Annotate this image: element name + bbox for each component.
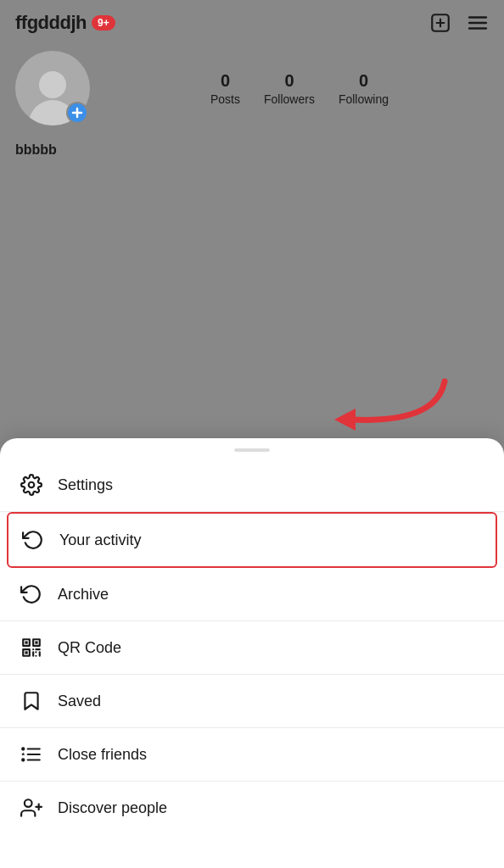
menu-item-your-activity[interactable]: Your activity	[7, 512, 497, 568]
archive-icon	[20, 583, 42, 605]
notification-badge: 9+	[92, 15, 115, 31]
plus-icon	[71, 107, 83, 119]
app-header: ffgdddjh 9+	[0, 0, 504, 42]
add-avatar-button[interactable]	[66, 102, 88, 124]
qr-icon	[20, 637, 42, 659]
bottom-sheet: Settings Your activity Archive	[0, 438, 504, 868]
bookmark-icon	[20, 690, 42, 712]
stat-followers[interactable]: 0 Followers	[264, 71, 315, 106]
profile-background: ffgdddjh 9+	[0, 0, 504, 173]
header-left: ffgdddjh 9+	[15, 12, 115, 34]
following-count: 0	[359, 71, 368, 91]
plus-square-icon	[429, 12, 451, 34]
discover-icon	[20, 797, 42, 819]
saved-label: Saved	[58, 693, 101, 710]
profile-name: bbbbb	[0, 142, 504, 173]
your-activity-label: Your activity	[59, 531, 141, 549]
menu-item-settings[interactable]: Settings	[0, 459, 504, 512]
svg-point-29	[25, 799, 32, 807]
posts-count: 0	[221, 71, 230, 91]
stat-following[interactable]: 0 Following	[339, 71, 389, 106]
qr-code-label: QR Code	[58, 639, 121, 657]
settings-icon	[20, 474, 42, 496]
svg-rect-14	[25, 651, 27, 654]
archive-label: Archive	[58, 586, 109, 604]
avatar-head	[39, 71, 66, 98]
menu-item-saved[interactable]: Saved	[0, 675, 504, 728]
menu-item-discover-people[interactable]: Discover people	[0, 782, 504, 834]
menu-button[interactable]	[467, 12, 489, 34]
menu-item-close-friends[interactable]: Close friends	[0, 728, 504, 782]
close-friends-label: Close friends	[58, 746, 147, 764]
handle-bar	[234, 448, 270, 452]
activity-icon	[22, 529, 44, 551]
menu-item-archive[interactable]: Archive	[0, 568, 504, 621]
svg-point-27	[22, 759, 24, 760]
svg-rect-13	[35, 641, 37, 643]
menu-item-qr-code[interactable]: QR Code	[0, 621, 504, 675]
hamburger-icon	[467, 12, 489, 34]
stat-posts[interactable]: 0 Posts	[210, 71, 240, 106]
followers-label: Followers	[264, 92, 315, 106]
arrow-annotation	[283, 373, 453, 444]
close-friends-icon	[20, 743, 42, 765]
add-post-button[interactable]	[429, 12, 451, 34]
svg-marker-32	[334, 409, 356, 431]
svg-marker-28	[21, 752, 25, 755]
header-right	[429, 12, 489, 34]
discover-people-label: Discover people	[58, 799, 167, 817]
followers-count: 0	[284, 71, 294, 91]
username: ffgdddjh	[15, 12, 87, 34]
stats-row: 0 Posts 0 Followers 0 Following	[110, 71, 489, 106]
sheet-handle	[0, 438, 504, 459]
svg-point-25	[22, 748, 24, 749]
profile-section: 0 Posts 0 Followers 0 Following	[0, 42, 504, 142]
svg-rect-12	[25, 641, 27, 643]
posts-label: Posts	[210, 92, 240, 106]
settings-label: Settings	[58, 476, 113, 494]
following-label: Following	[339, 92, 389, 106]
svg-point-8	[29, 482, 35, 488]
avatar-wrap	[15, 51, 90, 125]
